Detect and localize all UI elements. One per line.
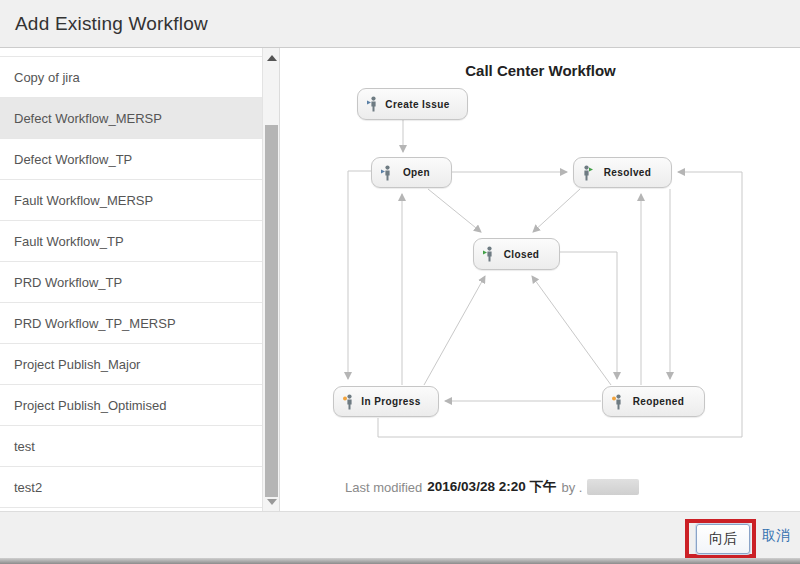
node-label: Open [392,167,451,178]
person-icon [483,246,494,262]
annotation-highlight-box: 向后 [685,519,756,558]
list-item[interactable]: Defect Workflow_TP [0,139,262,180]
scroll-down-button[interactable] [263,494,281,509]
last-modified-date: 2016/03/28 2:20 下午 [427,478,556,496]
list-item[interactable]: Project Publish_Optimised [0,385,262,426]
workflow-node-create-issue: Create Issue [357,88,468,120]
person-icon [583,165,594,181]
last-modified-label: Last modified [345,480,422,495]
dialog-footer: 向后 取消 [0,511,800,558]
list-item[interactable]: PRD Workflow_TP [0,262,262,303]
node-label: In Progress [354,396,438,407]
workflow-node-in-progress: In Progress [333,386,439,417]
workflow-node-reopened: Reopened [602,386,705,417]
scroll-up-button[interactable] [263,50,281,65]
scroll-down-icon [267,499,277,505]
node-label: Reopened [623,396,704,407]
dialog-title: Add Existing Workflow [15,13,208,35]
node-label: Closed [494,249,559,260]
person-icon [381,165,392,181]
person-icon [343,394,354,410]
workflow-node-resolved: Resolved [573,157,672,188]
list-item[interactable]: test [0,426,262,467]
list-item[interactable]: test2 [0,467,262,508]
workflow-list: Copy of jira Defect Workflow_MERSP Defec… [0,48,262,511]
scroll-up-icon [267,55,277,61]
person-icon [367,96,378,112]
scrollbar-thumb[interactable] [265,125,278,497]
workflow-node-open: Open [371,157,452,188]
workflow-title: Call Center Workflow [281,62,800,79]
list-item[interactable]: Project Publish_Major [0,344,262,385]
cancel-link[interactable]: 取消 [762,527,790,545]
list-item-selected[interactable]: Defect Workflow_MERSP [0,98,262,139]
next-button[interactable]: 向后 [696,524,750,554]
node-label: Create Issue [378,99,467,110]
node-label: Resolved [594,167,671,178]
person-icon [612,394,623,410]
window-bottom-edge [0,558,800,564]
last-modified-row: Last modified 2016/03/28 2:20 下午 by . [345,478,639,496]
list-item[interactable]: Fault Workflow_TP [0,221,262,262]
list-item[interactable]: Copy of jira [0,57,262,98]
redacted-username [587,479,639,495]
list-item[interactable]: PRD Workflow_TP_MERSP [0,303,262,344]
workflow-node-closed: Closed [473,238,560,270]
list-item[interactable]: Fault Workflow_MERSP [0,180,262,221]
list-scrollbar[interactable] [262,48,280,511]
last-modified-by: by . [561,480,582,495]
list-item-partial[interactable] [0,48,262,57]
add-existing-workflow-dialog: Add Existing Workflow Copy of jira Defec… [0,0,800,564]
dialog-header: Add Existing Workflow [0,0,800,48]
